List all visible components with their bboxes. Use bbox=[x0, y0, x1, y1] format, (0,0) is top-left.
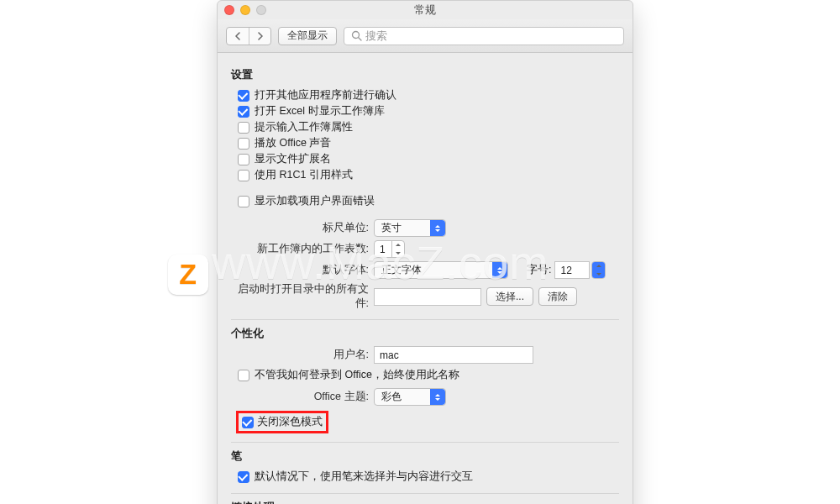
checkbox-icon[interactable] bbox=[242, 417, 254, 428]
preferences-window: 常规 全部显示 搜索 设置 打开其他应用程序前进行确认 打开 Excel 时显示… bbox=[217, 0, 633, 504]
label: 显示加载项用户界面错误 bbox=[255, 194, 375, 208]
label: 标尺单位: bbox=[231, 221, 374, 235]
label: 播放 Office 声音 bbox=[255, 136, 331, 150]
row-ruler-units: 标尺单位: 英寸 bbox=[231, 219, 619, 237]
divider bbox=[231, 493, 619, 494]
opt-prompt-props[interactable]: 提示输入工作簿属性 bbox=[231, 119, 619, 135]
section-settings-title: 设置 bbox=[231, 68, 619, 82]
dropdown-arrow-icon bbox=[492, 262, 507, 278]
row-theme: Office 主题: 彩色 bbox=[231, 388, 619, 406]
clear-button[interactable]: 清除 bbox=[538, 287, 577, 306]
label: 启动时打开目录中的所有文件: bbox=[231, 282, 374, 311]
theme-select[interactable]: 彩色 bbox=[374, 388, 446, 406]
default-font-select[interactable]: 正文字体 bbox=[374, 261, 508, 279]
divider bbox=[231, 442, 619, 443]
titlebar: 常规 bbox=[218, 1, 633, 19]
checkbox-icon bbox=[238, 122, 249, 134]
ruler-units-select[interactable]: 英寸 bbox=[374, 219, 446, 237]
startup-folder-field[interactable] bbox=[374, 288, 481, 306]
checkbox-icon bbox=[238, 106, 249, 118]
window-title: 常规 bbox=[218, 3, 633, 18]
label: Office 主题: bbox=[231, 390, 374, 404]
toolbar: 全部显示 搜索 bbox=[218, 19, 633, 53]
svg-line-1 bbox=[359, 38, 362, 41]
back-button[interactable] bbox=[227, 28, 249, 45]
chevron-right-icon bbox=[256, 32, 264, 40]
section-personal-title: 个性化 bbox=[231, 327, 619, 341]
checkbox-icon bbox=[238, 196, 249, 207]
opt-r1c1[interactable]: 使用 R1C1 引用样式 bbox=[231, 167, 619, 183]
label: 打开其他应用程序前进行确认 bbox=[255, 88, 396, 102]
row-default-font: 默认字体: 正文字体 字号: 12 bbox=[231, 261, 619, 279]
opt-disable-dark-mode-wrap: 关闭深色模式 bbox=[234, 411, 619, 433]
font-size-label: 字号: bbox=[527, 263, 551, 277]
label: 打开 Excel 时显示工作簿库 bbox=[255, 104, 385, 118]
search-icon bbox=[351, 30, 362, 41]
label: 默认字体: bbox=[231, 263, 374, 277]
opt-pen-select[interactable]: 默认情况下，使用笔来选择并与内容进行交互 bbox=[231, 469, 619, 485]
label: 新工作簿内的工作表数: bbox=[231, 242, 374, 256]
label: 显示文件扩展名 bbox=[255, 152, 331, 166]
opt-always-use-name[interactable]: 不管我如何登录到 Office，始终使用此名称 bbox=[231, 367, 619, 383]
label: 使用 R1C1 引用样式 bbox=[255, 168, 353, 182]
section-pen-title: 笔 bbox=[231, 449, 619, 464]
checkbox-icon bbox=[238, 471, 249, 483]
row-new-sheets: 新工作簿内的工作表数: 1 bbox=[231, 240, 619, 258]
font-size-stepper[interactable] bbox=[591, 261, 606, 279]
checkbox-icon bbox=[238, 138, 249, 150]
highlight-box: 关闭深色模式 bbox=[236, 411, 328, 433]
opt-addin-errors[interactable]: 显示加载项用户界面错误 bbox=[231, 193, 619, 209]
watermark-logo-icon: Z bbox=[168, 255, 208, 295]
row-username: 用户名: mac bbox=[231, 346, 619, 364]
label: 关闭深色模式 bbox=[257, 415, 323, 429]
choose-button[interactable]: 选择... bbox=[486, 287, 533, 306]
row-startup-folder: 启动时打开目录中的所有文件: 选择... 清除 bbox=[231, 282, 619, 311]
font-size-field[interactable]: 12 bbox=[554, 261, 590, 279]
label: 提示输入工作簿属性 bbox=[255, 120, 353, 134]
opt-extensions[interactable]: 显示文件扩展名 bbox=[231, 151, 619, 167]
content-area: 设置 打开其他应用程序前进行确认 打开 Excel 时显示工作簿库 提示输入工作… bbox=[218, 53, 633, 504]
show-all-button[interactable]: 全部显示 bbox=[278, 27, 337, 45]
section-links-title: 链接处理 bbox=[231, 501, 619, 504]
checkbox-icon bbox=[238, 90, 249, 102]
label: 默认情况下，使用笔来选择并与内容进行交互 bbox=[255, 470, 473, 484]
checkbox-icon bbox=[238, 370, 249, 381]
search-input[interactable]: 搜索 bbox=[344, 27, 624, 45]
dropdown-arrow-icon bbox=[430, 220, 445, 236]
divider bbox=[231, 319, 619, 320]
dropdown-arrow-icon bbox=[430, 389, 445, 405]
search-placeholder: 搜索 bbox=[365, 29, 387, 44]
label: 不管我如何登录到 Office，始终使用此名称 bbox=[255, 368, 459, 382]
forward-button[interactable] bbox=[249, 28, 270, 45]
sheets-stepper[interactable]: 1 bbox=[374, 240, 405, 258]
label: 用户名: bbox=[231, 348, 374, 362]
checkbox-icon bbox=[238, 170, 249, 181]
checkbox-icon bbox=[238, 154, 249, 165]
opt-confirm-open[interactable]: 打开其他应用程序前进行确认 bbox=[231, 87, 619, 103]
nav-back-forward bbox=[226, 27, 271, 45]
opt-show-gallery[interactable]: 打开 Excel 时显示工作簿库 bbox=[231, 103, 619, 119]
chevron-left-icon bbox=[234, 32, 242, 40]
opt-sounds[interactable]: 播放 Office 声音 bbox=[231, 135, 619, 151]
username-field[interactable]: mac bbox=[374, 346, 533, 364]
